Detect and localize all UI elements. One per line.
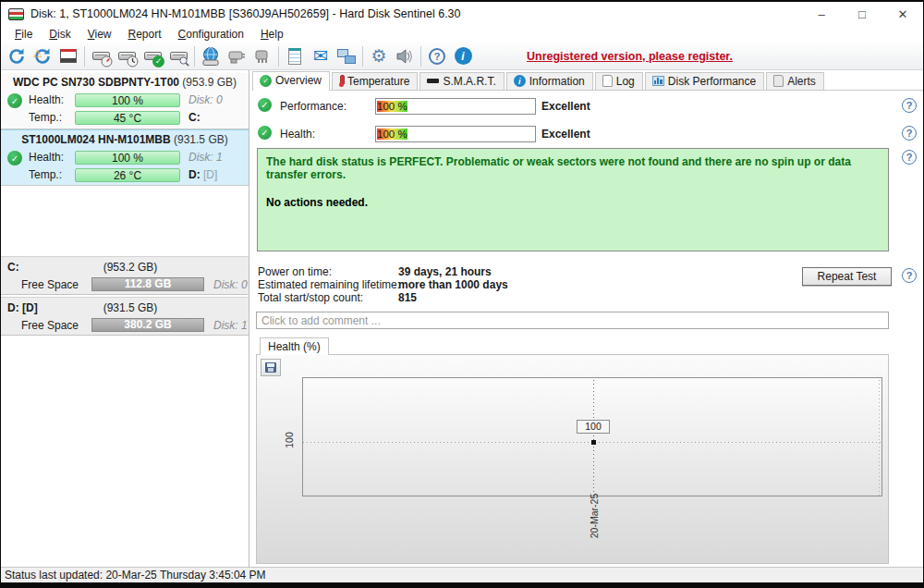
- disk-name: WDC PC SN730 SDBPNTY-1T00: [13, 76, 179, 89]
- performance-rating: Excellent: [541, 100, 590, 113]
- data-point: [591, 440, 596, 445]
- network-icon[interactable]: [334, 44, 359, 68]
- partition-list: C: (953.2 GB) Free Space 112.8 GB Disk: …: [1, 256, 249, 337]
- vertical-gridline-right: [879, 378, 880, 496]
- status-action: No actions needed.: [266, 196, 880, 209]
- repeat-test-help-icon[interactable]: ?: [902, 268, 917, 283]
- partition-entry-0[interactable]: C: (953.2 GB) Free Space 112.8 GB Disk: …: [1, 256, 249, 295]
- partition-drive: C:: [7, 261, 19, 274]
- tab-disk-performance[interactable]: Disk Performance: [645, 72, 764, 90]
- partition-disk-number: Disk: 1: [213, 319, 248, 332]
- log-icon[interactable]: [282, 44, 308, 68]
- start-stop-count-label: Total start/stop count:: [258, 291, 363, 304]
- main-panel: ✓Overview Temperature S.M.A.R.T. iInform…: [251, 70, 923, 567]
- free-space-bar: 112.8 GB: [91, 277, 204, 291]
- toolbar-separator: [84, 46, 85, 67]
- comment-input[interactable]: [256, 312, 889, 329]
- close-button[interactable]: ✕: [882, 2, 923, 26]
- toolbar-separator: [362, 46, 363, 67]
- free-space-label: Free Space: [21, 278, 79, 291]
- ide-disk-icon[interactable]: [249, 44, 275, 68]
- status-message: The hard disk status is PERFECT. Problem…: [266, 155, 880, 181]
- health-meter: 100 %: [375, 126, 536, 142]
- network-disk-icon[interactable]: [198, 44, 224, 68]
- disk-number: Disk: 0: [188, 93, 223, 106]
- status-last-updated: Status last updated: 20-Mar-25 Thursday …: [5, 569, 266, 582]
- data-point-label: 100: [577, 420, 610, 434]
- usb-disk-icon[interactable]: [224, 44, 249, 68]
- refresh-icon[interactable]: [4, 44, 30, 68]
- menu-file[interactable]: File: [6, 27, 41, 42]
- health-ok-icon: ✓: [258, 126, 272, 140]
- free-space-value: 112.8 GB: [92, 278, 203, 290]
- status-help-icon[interactable]: ?: [902, 150, 917, 165]
- settings-icon[interactable]: ⚙: [366, 44, 392, 68]
- disk-size: (953.9 GB): [182, 76, 237, 89]
- disk-entry-1[interactable]: ST1000LM024 HN-M101MBB (931.5 GB) ✓ Heal…: [1, 129, 249, 186]
- email-icon[interactable]: ✉: [308, 44, 334, 68]
- power-on-time-value: 39 days, 21 hours: [398, 265, 492, 278]
- vertical-gridline: [593, 378, 594, 496]
- disk-report-icon[interactable]: [55, 44, 81, 68]
- maximize-button[interactable]: □: [842, 2, 882, 26]
- overview-content: ✓ Performance: 100 % Excellent ✓ Health:…: [252, 91, 896, 565]
- partition-entry-1[interactable]: D: [D] (931.5 GB) Free Space 380.2 GB Di…: [1, 297, 249, 336]
- performance-help-icon[interactable]: ?: [902, 98, 917, 113]
- unregistered-link[interactable]: Unregistered version, please register.: [527, 50, 733, 63]
- menu-configuration[interactable]: Configuration: [170, 27, 252, 42]
- tab-temperature[interactable]: Temperature: [332, 72, 418, 90]
- tab-alerts[interactable]: Alerts: [766, 72, 824, 90]
- toolbar-separator: [420, 46, 421, 67]
- information-icon[interactable]: i: [450, 44, 476, 68]
- menu-report[interactable]: Report: [120, 27, 170, 42]
- window-title: Disk: 1, ST1000LM024 HN-M101MBB [S360J9A…: [30, 7, 461, 20]
- health-label: Health:: [29, 93, 64, 106]
- chart-tab-health[interactable]: Health (%): [260, 337, 329, 355]
- menu-view[interactable]: View: [79, 27, 120, 42]
- save-chart-button[interactable]: [261, 359, 281, 376]
- disk-clock-icon[interactable]: [114, 44, 140, 68]
- tab-overview[interactable]: ✓Overview: [252, 71, 330, 90]
- disk-entry-0[interactable]: WDC PC SN730 SDBPNTY-1T00 (953.9 GB) ✓ H…: [1, 73, 249, 129]
- refresh-warning-icon[interactable]: ⚠: [30, 44, 55, 68]
- partition-disk-number: Disk: 0: [213, 278, 248, 291]
- minimize-button[interactable]: –: [801, 2, 842, 26]
- menu-bar: File Disk View Report Configuration Help: [1, 26, 923, 43]
- remaining-lifetime-label: Estimated remaining lifetime:: [258, 278, 400, 291]
- power-on-time-label: Power on time:: [258, 265, 332, 278]
- tab-information[interactable]: iInformation: [506, 72, 593, 90]
- disk-health-icon[interactable]: ✓: [140, 44, 165, 68]
- drive-letter: C:: [188, 111, 201, 124]
- disk-performance-icon[interactable]: [88, 44, 114, 68]
- repeat-test-button[interactable]: Repeat Test: [802, 267, 892, 286]
- toolbar-separator: [194, 46, 195, 67]
- drive-mount-label: [D]: [203, 168, 217, 181]
- health-bar: 100 %: [75, 93, 180, 107]
- app-window: Disk: 1, ST1000LM024 HN-M101MBB [S360J9A…: [1, 2, 923, 582]
- disk-name: ST1000LM024 HN-M101MBB: [21, 133, 170, 146]
- chart-icon: [652, 76, 664, 86]
- health-label: Health:: [29, 151, 64, 164]
- start-stop-count-value: 815: [398, 291, 417, 304]
- disk-surface-test-icon[interactable]: [165, 44, 191, 68]
- help-icon[interactable]: ?: [424, 44, 450, 68]
- free-space-label: Free Space: [21, 319, 79, 332]
- health-rating: Excellent: [541, 128, 590, 141]
- toolbar-separator: [278, 46, 279, 67]
- sounds-icon[interactable]: [392, 44, 418, 68]
- info-icon: i: [514, 75, 526, 87]
- tab-smart[interactable]: S.M.A.R.T.: [419, 72, 504, 90]
- menu-disk[interactable]: Disk: [41, 27, 79, 42]
- tab-bar: ✓Overview Temperature S.M.A.R.T. iInform…: [252, 72, 923, 91]
- health-label: Health:: [280, 128, 315, 141]
- performance-label: Performance:: [280, 100, 346, 113]
- performance-meter: 100 %: [375, 98, 536, 115]
- partition-size: (953.2 GB): [56, 261, 204, 274]
- tab-log[interactable]: Log: [595, 72, 643, 90]
- temp-label: Temp.:: [29, 111, 62, 124]
- health-help-icon[interactable]: ?: [902, 126, 917, 141]
- free-space-value: 380.2 GB: [92, 319, 203, 331]
- toolbar: ⚠ ✓ ✉: [1, 43, 923, 70]
- menu-help[interactable]: Help: [252, 27, 292, 42]
- check-icon: ✓: [260, 75, 272, 87]
